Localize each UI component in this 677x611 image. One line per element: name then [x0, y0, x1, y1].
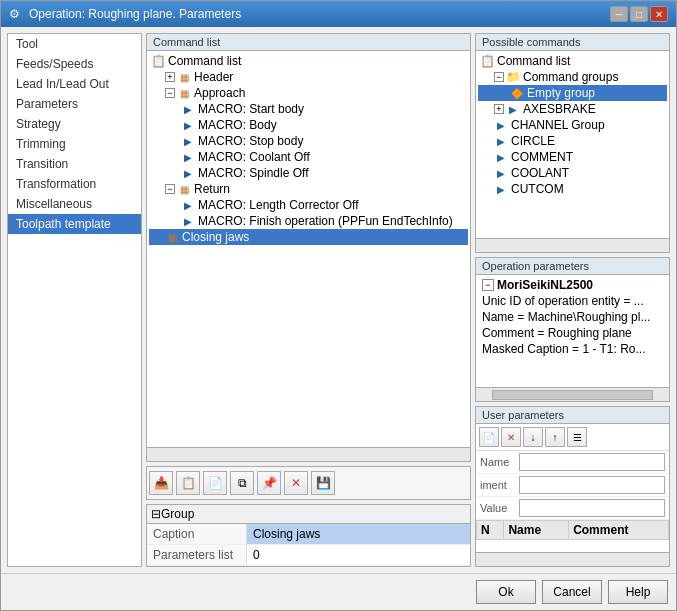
- pc-scroll[interactable]: [476, 238, 669, 252]
- command-list-section: Command list 📋 Command list + ▦ Header −…: [146, 33, 471, 462]
- tree-label: CIRCLE: [511, 134, 555, 148]
- nav-item-transformation[interactable]: Transformation: [8, 174, 141, 194]
- tree-item-closing-jaws[interactable]: ▦ Closing jaws: [149, 229, 468, 245]
- tree-item-header[interactable]: + ▦ Header: [149, 69, 468, 85]
- tree-item-return[interactable]: − ▦ Return: [149, 181, 468, 197]
- nav-item-tool[interactable]: Tool: [8, 34, 141, 54]
- nav-item-parameters[interactable]: Parameters: [8, 94, 141, 114]
- pc-item-coolant[interactable]: ▶ COOLANT: [478, 165, 667, 181]
- pc-item-circle[interactable]: ▶ CIRCLE: [478, 133, 667, 149]
- user-value-input[interactable]: [519, 499, 665, 517]
- op-param-label: Comment = Roughing plane: [482, 326, 632, 340]
- close-button[interactable]: ✕: [650, 6, 668, 22]
- pc-item-axesbrake[interactable]: + ▶ AXESBRAKE: [478, 101, 667, 117]
- nav-item-toolpath[interactable]: Toolpath template: [8, 214, 141, 234]
- possible-commands-header: Possible commands: [476, 34, 669, 51]
- insert-button[interactable]: 📥: [149, 471, 173, 495]
- op-param-masked[interactable]: Masked Caption = 1 - T1: Ro...: [478, 341, 667, 357]
- expand-icon[interactable]: −: [165, 88, 175, 98]
- user-new-button[interactable]: 📄: [479, 427, 499, 447]
- props-params-row: Parameters list 0: [147, 545, 470, 566]
- tree-label: CUTCOM: [511, 182, 564, 196]
- delete-button[interactable]: ✕: [284, 471, 308, 495]
- tree-item-macro-coolant[interactable]: ▶ MACRO: Coolant Off: [149, 149, 468, 165]
- user-comment-input[interactable]: [519, 476, 665, 494]
- nav-item-strategy[interactable]: Strategy: [8, 114, 141, 134]
- op-param-uid[interactable]: Unic ID of operation entity = ...: [478, 293, 667, 309]
- tree-item-macro-spindle[interactable]: ▶ MACRO: Spindle Off: [149, 165, 468, 181]
- user-name-input[interactable]: [519, 453, 665, 471]
- paste-button[interactable]: 📌: [257, 471, 281, 495]
- title-bar: ⚙ Operation: Roughing plane. Parameters …: [1, 1, 676, 27]
- tree-horizontal-scroll[interactable]: [147, 447, 470, 461]
- group-icon: ▦: [177, 70, 191, 84]
- user-value-field-row: Value: [476, 497, 669, 520]
- op-param-comment[interactable]: Comment = Roughing plane: [478, 325, 667, 341]
- nav-item-lead[interactable]: Lead In/Lead Out: [8, 74, 141, 94]
- ok-button[interactable]: Ok: [476, 580, 536, 604]
- nav-item-miscellaneous[interactable]: Miscellaneous: [8, 194, 141, 214]
- possible-commands-tree: 📋 Command list − 📁 Command groups 🔶 Empt…: [476, 51, 669, 238]
- user-delete-button[interactable]: ✕: [501, 427, 521, 447]
- user-down-button[interactable]: ↓: [523, 427, 543, 447]
- tree-label: Header: [194, 70, 233, 84]
- folder-icon: 📁: [506, 70, 520, 84]
- nav-item-transition[interactable]: Transition: [8, 154, 141, 174]
- user-list-button[interactable]: ☰: [567, 427, 587, 447]
- pc-item-cutcom[interactable]: ▶ CUTCOM: [478, 181, 667, 197]
- tree-item-macro-body[interactable]: ▶ MACRO: Body: [149, 117, 468, 133]
- pc-item-comment[interactable]: ▶ COMMENT: [478, 149, 667, 165]
- pc-item-cmdlist[interactable]: 📋 Command list: [478, 53, 667, 69]
- op-expand-icon[interactable]: −: [482, 279, 494, 291]
- params-value[interactable]: 0: [247, 545, 470, 565]
- minimize-button[interactable]: ─: [610, 6, 628, 22]
- user-comment-label: iment: [480, 479, 519, 491]
- tree-label: COOLANT: [511, 166, 569, 180]
- user-params-table: N Name Comment: [476, 520, 669, 540]
- macro-icon: ▶: [181, 134, 195, 148]
- right-panel: Possible commands 📋 Command list − 📁 Com…: [475, 33, 670, 567]
- tree-item-macro-stopbody[interactable]: ▶ MACRO: Stop body: [149, 133, 468, 149]
- tree-item-approach[interactable]: − ▦ Approach: [149, 85, 468, 101]
- op-param-label: Name = Machine\Roughing pl...: [482, 310, 650, 324]
- save-button[interactable]: 💾: [311, 471, 335, 495]
- help-button[interactable]: Help: [608, 580, 668, 604]
- maximize-button[interactable]: □: [630, 6, 648, 22]
- pc-item-channelgroup[interactable]: ▶ CHANNEL Group: [478, 117, 667, 133]
- user-params-scroll[interactable]: [476, 552, 669, 566]
- tree-label: MACRO: Body: [198, 118, 277, 132]
- tree-item-macro-lengthcorr[interactable]: ▶ MACRO: Length Corrector Off: [149, 197, 468, 213]
- tree-item-macro-startbody[interactable]: ▶ MACRO: Start body: [149, 101, 468, 117]
- cmd-icon: ▶: [506, 102, 520, 116]
- op-param-machine[interactable]: − MoriSeikiNL2500: [478, 277, 667, 293]
- copy-button[interactable]: 📋: [176, 471, 200, 495]
- pc-item-cmdgroups[interactable]: − 📁 Command groups: [478, 69, 667, 85]
- user-name-field-row: Name: [476, 451, 669, 474]
- caption-value[interactable]: Closing jaws: [247, 524, 470, 544]
- tree-label: Approach: [194, 86, 245, 100]
- expand-icon[interactable]: +: [165, 72, 175, 82]
- user-params-header: User parameters: [476, 407, 669, 424]
- expand-icon[interactable]: −: [494, 72, 504, 82]
- tree-label: MACRO: Length Corrector Off: [198, 198, 359, 212]
- expand-icon[interactable]: +: [494, 104, 504, 114]
- new-button[interactable]: 📄: [203, 471, 227, 495]
- user-name-label: Name: [480, 456, 519, 468]
- pc-item-emptygroup[interactable]: 🔶 Empty group: [478, 85, 667, 101]
- duplicate-button[interactable]: ⧉: [230, 471, 254, 495]
- expand-icon[interactable]: −: [165, 184, 175, 194]
- op-params-scroll[interactable]: [476, 387, 669, 401]
- cancel-button[interactable]: Cancel: [542, 580, 602, 604]
- tree-label: MACRO: Spindle Off: [198, 166, 308, 180]
- macro-icon: ▶: [181, 214, 195, 228]
- tree-item-cmdlist[interactable]: 📋 Command list: [149, 53, 468, 69]
- user-up-button[interactable]: ↑: [545, 427, 565, 447]
- title-buttons: ─ □ ✕: [610, 6, 668, 22]
- op-param-name[interactable]: Name = Machine\Roughing pl...: [478, 309, 667, 325]
- op-param-label: Unic ID of operation entity = ...: [482, 294, 644, 308]
- tree-label: Command list: [497, 54, 570, 68]
- tree-item-macro-finish[interactable]: ▶ MACRO: Finish operation (PPFun EndTech…: [149, 213, 468, 229]
- props-group-label: ⊟Group: [151, 507, 194, 521]
- nav-item-feeds[interactable]: Feeds/Speeds: [8, 54, 141, 74]
- nav-item-trimming[interactable]: Trimming: [8, 134, 141, 154]
